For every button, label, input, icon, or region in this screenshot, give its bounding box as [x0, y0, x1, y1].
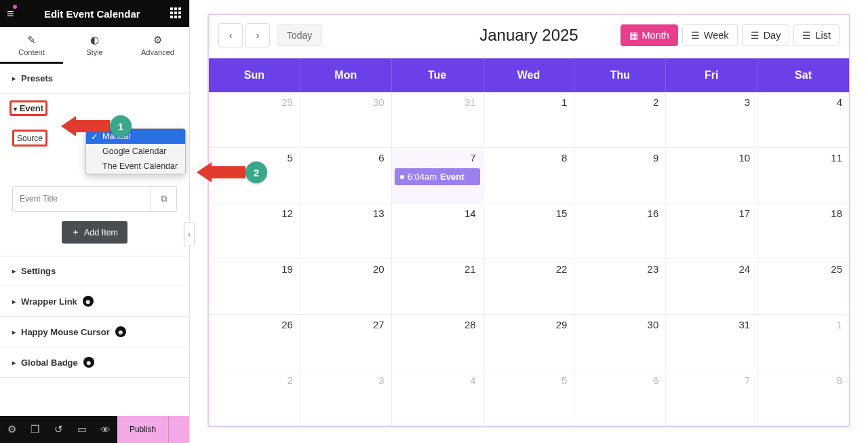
settings-icon[interactable]: ⚙ [0, 416, 24, 443]
tab-advanced[interactable]: ⚙Advanced [126, 27, 189, 64]
calendar-cell[interactable]: 29 [209, 92, 300, 148]
calendar-cell[interactable]: 29 [484, 315, 575, 370]
event-time: 6:04am [408, 172, 437, 182]
calendar-cell[interactable]: 14 [392, 204, 484, 259]
section-mouse[interactable]: ▸Happy Mouse Cursor ☻ [0, 317, 189, 347]
calendar-cell[interactable]: 1 [757, 315, 849, 370]
menu-icon[interactable]: ≡ [7, 7, 14, 21]
next-button[interactable]: › [245, 23, 270, 47]
day-number: 14 [465, 208, 476, 219]
history-icon[interactable]: ↺ [47, 416, 71, 443]
event-pill[interactable]: 6:04am Event [395, 168, 480, 185]
day-number: 3 [745, 96, 750, 108]
calendar-cell[interactable]: 13 [300, 204, 392, 259]
calendar-cell[interactable]: 3 [300, 370, 392, 426]
dd-tec[interactable]: The Event Calendar [86, 159, 185, 174]
calendar-cell[interactable]: 2 [574, 92, 666, 148]
list-icon: ☰ [691, 30, 700, 41]
view-week[interactable]: ☰Week [682, 24, 738, 46]
calendar-cell[interactable]: 6 [574, 370, 666, 426]
publish-button[interactable]: Publish [117, 416, 168, 443]
layers-icon[interactable]: ❒ [24, 416, 47, 443]
day-number: 31 [738, 319, 750, 330]
calendar-cell[interactable]: 8 [757, 370, 849, 426]
calendar-cell[interactable]: 15 [484, 204, 575, 259]
calendar-cell[interactable]: 20 [300, 259, 392, 315]
calendar-cell[interactable]: 17 [666, 204, 757, 259]
section-settings[interactable]: ▸Settings [0, 256, 189, 286]
view-day[interactable]: ☰Day [742, 24, 790, 46]
annotation-arrow-2: 2 [197, 161, 267, 183]
calendar-cell[interactable]: 25 [757, 259, 849, 315]
responsive-icon[interactable]: ▭ [71, 416, 94, 443]
weekday-header: Sat [757, 58, 849, 92]
today-button[interactable]: Today [277, 24, 322, 46]
calendar-cell[interactable]: 30 [300, 92, 392, 148]
highlight-event: ▾ Event [9, 100, 47, 116]
copy-icon[interactable]: ⧉ [151, 187, 176, 211]
calendar-cell[interactable]: 8 [484, 148, 575, 204]
caret-right-icon: ▸ [12, 328, 16, 336]
calendar-cell[interactable]: 6 [300, 148, 392, 204]
day-number: 8 [561, 152, 567, 163]
day-number: 23 [648, 263, 659, 275]
calendar-cell[interactable]: 5 [484, 370, 575, 426]
calendar-cell[interactable]: 16 [574, 204, 666, 259]
view-list[interactable]: ☰List [793, 24, 840, 46]
tab-content[interactable]: ✎Content [0, 27, 63, 64]
calendar-cell[interactable]: 3 [666, 92, 757, 148]
day-number: 1 [837, 319, 842, 330]
calendar-cell[interactable]: 27 [300, 315, 392, 370]
dd-google[interactable]: Google Calendar [86, 144, 185, 159]
weekday-header: Fri [666, 58, 757, 92]
day-number: 11 [831, 152, 842, 163]
calendar: ‹ › Today January 2025 ▦Month ☰Week ☰Day… [208, 14, 850, 427]
day-number: 21 [465, 263, 476, 275]
calendar-cell[interactable]: 30 [574, 315, 666, 370]
gear-icon: ⚙ [126, 34, 189, 46]
calendar-cell[interactable]: 4 [757, 92, 849, 148]
calendar-cell[interactable]: 9 [574, 148, 666, 204]
apps-icon[interactable] [170, 7, 182, 20]
grid-icon: ▦ [629, 30, 638, 41]
calendar-cell[interactable]: 24 [666, 259, 757, 315]
arrow-icon [197, 162, 245, 182]
calendar-weekdays: SunMonTueWedThuFriSat [209, 58, 849, 92]
calendar-cell[interactable]: 7 [666, 370, 757, 426]
calendar-cell[interactable]: 1 [484, 92, 575, 148]
view-month[interactable]: ▦Month [620, 24, 678, 46]
calendar-cell[interactable]: 21 [392, 259, 484, 315]
calendar-cell[interactable]: 4 [392, 370, 484, 426]
tab-style[interactable]: ◐Style [63, 27, 126, 64]
caret-right-icon: ▸ [12, 298, 16, 305]
calendar-cell[interactable]: 11 [757, 148, 849, 204]
arrow-icon [61, 116, 110, 136]
calendar-cell[interactable]: 12 [209, 204, 300, 259]
calendar-cell[interactable]: 19 [209, 259, 300, 315]
calendar-cell[interactable]: 31 [392, 92, 484, 148]
preview-icon[interactable]: 👁 [94, 416, 117, 443]
event-title-input[interactable] [13, 194, 151, 204]
section-badge[interactable]: ▸Global Badge ☻ [0, 347, 189, 377]
calendar-cell[interactable]: 28 [392, 315, 484, 370]
calendar-cell[interactable]: 22 [484, 259, 575, 315]
calendar-cell[interactable]: 31 [666, 315, 757, 370]
section-wrapper[interactable]: ▸Wrapper Link ☻ [0, 286, 189, 316]
publish-caret[interactable]: ⌃ [168, 416, 189, 443]
calendar-cell[interactable]: 26 [209, 315, 300, 370]
day-number: 6 [653, 374, 658, 386]
add-item-button[interactable]: ＋Add Item [62, 221, 127, 244]
day-number: 15 [556, 208, 568, 219]
calendar-cell[interactable]: 23 [574, 259, 666, 315]
day-number: 17 [738, 208, 750, 219]
weekday-header: Wed [484, 58, 575, 92]
calendar-cell[interactable]: 2 [209, 370, 300, 426]
calendar-cell[interactable]: 76:04am Event [392, 148, 484, 204]
happy-icon: ☻ [83, 296, 94, 307]
prev-button[interactable]: ‹ [218, 23, 243, 47]
calendar-cell[interactable]: 18 [757, 204, 849, 259]
collapse-handle[interactable]: ‹ [184, 222, 195, 246]
section-presets[interactable]: ▸Presets [0, 64, 189, 93]
list-icon: ☰ [751, 30, 760, 41]
calendar-cell[interactable]: 10 [666, 148, 757, 204]
